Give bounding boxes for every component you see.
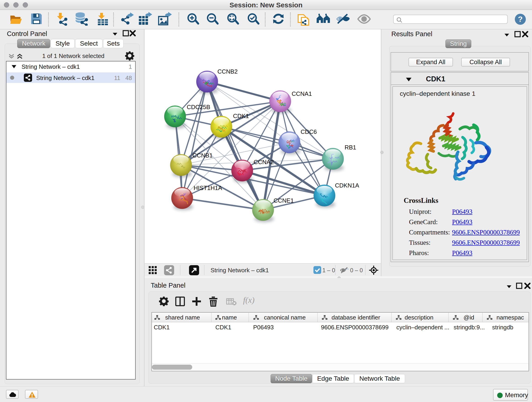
svg-text:RB1: RB1: [345, 144, 356, 151]
svg-text:CCNB2: CCNB2: [217, 68, 238, 75]
svg-text:CCNE1: CCNE1: [273, 197, 294, 204]
svg-text:CCNA2: CCNA2: [254, 159, 274, 166]
svg-text:CDC25B: CDC25B: [187, 104, 210, 110]
svg-text:?: ?: [518, 15, 523, 23]
svg-text:CDKN1A: CDKN1A: [335, 182, 359, 189]
svg-text:HIST1H1A: HIST1H1A: [194, 185, 222, 191]
svg-text:CCNB1: CCNB1: [192, 152, 213, 159]
svg-text:CDK1: CDK1: [233, 113, 249, 119]
svg-text:CCNA1: CCNA1: [292, 90, 312, 97]
svg-text:CDC6: CDC6: [301, 128, 317, 135]
